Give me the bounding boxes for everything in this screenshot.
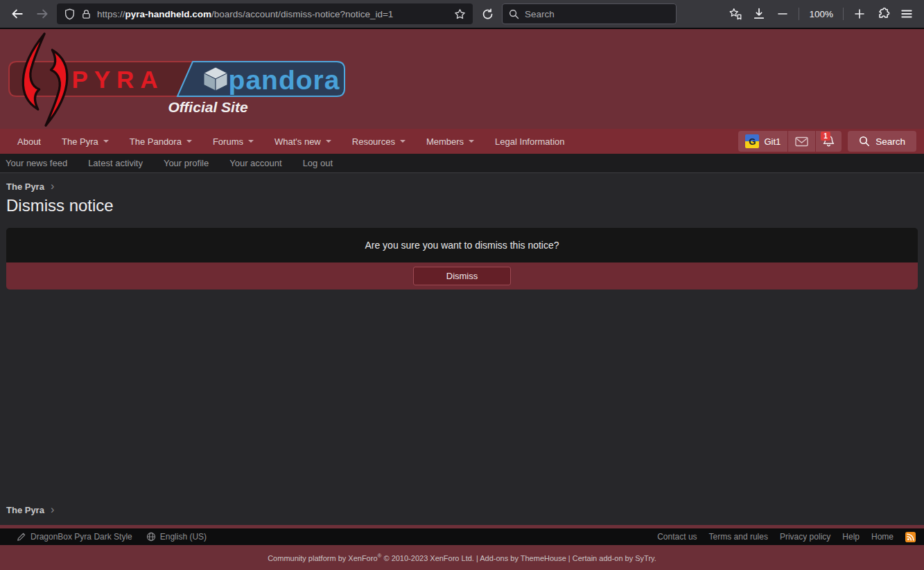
page-content: The Pyra › Dismiss notice Are you sure y… [0, 173, 924, 525]
nav-item-the-pandora[interactable]: The Pandora [119, 129, 202, 154]
footer: DragonBox Pyra Dark Style English (US) C… [0, 528, 924, 545]
search-icon [509, 9, 519, 19]
forward-icon [36, 8, 49, 20]
copyright-text: Community platform by XenForo® © 2010-20… [268, 553, 656, 562]
site-search-button[interactable]: Search [848, 131, 916, 152]
dismiss-notice-dialog: Are you sure you want to dismiss this no… [6, 228, 918, 290]
style-chooser-button[interactable]: DragonBox Pyra Dark Style [17, 532, 132, 542]
account-button[interactable]: G Git1 [738, 131, 787, 152]
nav-item-legal-information[interactable]: Legal Information [485, 129, 575, 154]
chevron-down-icon [469, 140, 474, 143]
nav-item-about[interactable]: About [7, 129, 51, 154]
subnav-item-your-profile[interactable]: Your profile [164, 158, 209, 168]
browser-search-input[interactable] [525, 9, 670, 19]
chevron-down-icon [248, 140, 254, 143]
site-search-label: Search [875, 136, 905, 147]
nav-label: Forums [213, 136, 243, 147]
bookmark-star-icon[interactable] [454, 8, 466, 20]
breadcrumb: The Pyra › [6, 181, 918, 192]
lock-icon[interactable] [81, 9, 91, 19]
chevron-right-icon: › [51, 181, 54, 192]
breadcrumb-link-the-pyra[interactable]: The Pyra [6, 505, 44, 515]
copyright-main[interactable]: Community platform by XenForo [268, 554, 377, 562]
footer-left: DragonBox Pyra Dark Style English (US) [17, 532, 207, 542]
toolbar-separator [799, 8, 799, 20]
url-scheme: https:// [97, 9, 125, 19]
subnav-item-your-news-feed[interactable]: Your news feed [6, 158, 67, 168]
puzzle-icon [877, 8, 890, 21]
alerts-button[interactable]: 1 [815, 131, 842, 152]
copyright-rest: © 2010-2023 XenForo Ltd. | Add-ons by Th… [381, 554, 656, 562]
confirm-message: Are you sure you want to dismiss this no… [6, 228, 918, 262]
language-chooser-label: English (US) [160, 532, 207, 542]
flame-logo-icon[interactable] [4, 31, 87, 128]
inbox-button[interactable] [787, 131, 815, 152]
nav-item-members[interactable]: Members [416, 129, 485, 154]
dialog-button-bar: Dismiss [6, 262, 918, 290]
chevron-right-icon: › [51, 504, 54, 515]
subnav-item-log-out[interactable]: Log out [303, 158, 333, 168]
footer-link-help[interactable]: Help [842, 532, 860, 542]
nav-label: Legal Information [495, 136, 564, 147]
plus-icon [854, 8, 865, 19]
dismiss-button[interactable]: Dismiss [413, 267, 512, 285]
menu-button[interactable] [896, 3, 917, 24]
chevron-down-icon [400, 140, 406, 143]
avatar: G [745, 134, 759, 148]
subnav-item-your-account[interactable]: Your account [229, 158, 281, 168]
minus-icon [777, 8, 788, 19]
chevron-down-icon [186, 140, 192, 143]
nav-item-resources[interactable]: Resources [342, 129, 416, 154]
toolbar-actions: 100% [725, 3, 917, 24]
envelope-icon [795, 136, 808, 147]
copyright-bar: Community platform by XenForo® © 2010-20… [0, 545, 924, 570]
nav-item-forums[interactable]: Forums [202, 129, 264, 154]
breadcrumb-link-the-pyra[interactable]: The Pyra [6, 181, 44, 192]
footer-link-contact-us[interactable]: Contact us [657, 532, 697, 542]
footer-links: Contact us Terms and rules Privacy polic… [657, 532, 916, 542]
primary-nav: About The Pyra The Pandora Forums What's… [0, 129, 924, 154]
footer-link-privacy-policy[interactable]: Privacy policy [780, 532, 830, 542]
url-path: /boards/account/dismiss-notice?notice_id… [211, 9, 393, 19]
forward-button[interactable] [32, 3, 53, 24]
nav-item-whats-new[interactable]: What's new [264, 129, 342, 154]
logo-pandora-text: pandora [229, 65, 340, 95]
language-chooser-button[interactable]: English (US) [146, 532, 207, 542]
site-tagline: Official Site [104, 99, 312, 116]
url-text[interactable]: https://pyra-handheld.com/boards/account… [97, 9, 393, 19]
back-icon [11, 8, 24, 20]
shield-icon[interactable] [64, 8, 76, 20]
rss-icon[interactable] [905, 532, 916, 542]
footer-link-terms-and-rules[interactable]: Terms and rules [709, 532, 768, 542]
back-button[interactable] [7, 3, 28, 24]
site-header: PYRA pandora Official Site [0, 29, 924, 129]
download-icon [753, 8, 765, 20]
zoom-out-button[interactable] [772, 3, 793, 24]
extensions-button[interactable] [873, 3, 894, 24]
username-label: Git1 [764, 136, 781, 147]
browser-toolbar: https://pyra-handheld.com/boards/account… [0, 0, 924, 29]
chevron-down-icon [103, 140, 109, 143]
breadcrumb-bottom: The Pyra › [6, 504, 918, 515]
toolbar-separator [843, 8, 844, 20]
page-title: Dismiss notice [6, 196, 918, 215]
user-button-group: G Git1 1 [738, 131, 842, 152]
zoom-in-button[interactable] [849, 3, 870, 24]
nav-label: Members [426, 136, 464, 147]
nav-label: The Pandora [130, 136, 182, 147]
nav-item-the-pyra[interactable]: The Pyra [51, 129, 119, 154]
globe-icon [146, 532, 156, 542]
address-bar[interactable]: https://pyra-handheld.com/boards/account… [57, 3, 473, 24]
chevron-down-icon [326, 140, 331, 143]
zoom-level-indicator[interactable]: 100% [805, 9, 837, 19]
nav-label: Resources [352, 136, 395, 147]
browser-search-box[interactable] [502, 3, 677, 24]
hamburger-icon [900, 8, 913, 20]
footer-link-home[interactable]: Home [871, 532, 894, 542]
reload-button[interactable] [477, 3, 498, 24]
url-domain: pyra-handheld.com [125, 9, 212, 19]
downloads-button[interactable] [749, 3, 769, 24]
bookmarks-button[interactable] [725, 3, 746, 24]
subnav-item-latest-activity[interactable]: Latest activity [88, 158, 143, 168]
secondary-nav: Your news feed Latest activity Your prof… [0, 154, 924, 173]
